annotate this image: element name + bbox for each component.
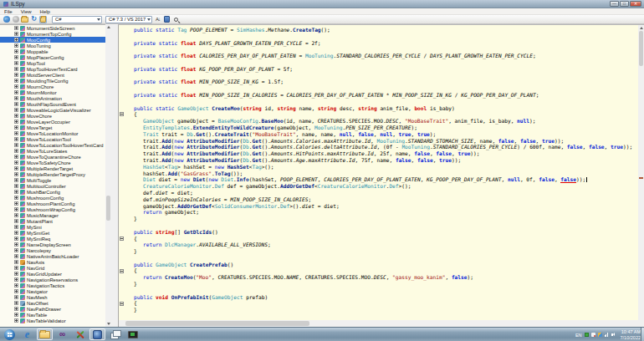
show-desktop-button[interactable]	[641, 328, 644, 341]
explorer-task-button[interactable]	[37, 328, 53, 340]
expand-plus-icon[interactable]	[14, 61, 18, 65]
minimize-button[interactable]: —	[610, 1, 619, 7]
expand-plus-icon[interactable]	[14, 301, 18, 305]
tree-item-MouldingTileConfig[interactable]: MouldingTileConfig	[0, 78, 105, 84]
expand-plus-icon[interactable]	[14, 196, 18, 200]
tree-scrollbar[interactable]	[105, 24, 111, 327]
expand-plus-icon[interactable]	[14, 307, 18, 311]
tree-item-NavOffset[interactable]: NavOffset	[0, 300, 105, 306]
ilspy-task-button[interactable]	[89, 328, 105, 340]
expand-plus-icon[interactable]	[14, 67, 18, 71]
tree-item-MutantPlant[interactable]: MutantPlant	[0, 218, 105, 224]
network-tray-icon[interactable]	[605, 333, 609, 337]
menu-file[interactable]: File	[0, 9, 17, 14]
tree-item-MouthAnimation[interactable]: MouthAnimation	[0, 95, 105, 101]
expand-plus-icon[interactable]	[14, 225, 18, 229]
expand-plus-icon[interactable]	[14, 43, 18, 48]
assembly-list-button[interactable]	[39, 16, 47, 23]
editor-hscrollbar-thumb[interactable]	[125, 321, 309, 326]
expand-plus-icon[interactable]	[14, 207, 18, 211]
open-file-button[interactable]	[21, 16, 28, 23]
tree-item-MoveToLocationMonitor[interactable]: MoveToLocationMonitor	[0, 130, 105, 136]
tree-item-NavGrid[interactable]: NavGrid	[0, 265, 105, 271]
tree-item-MySmi[interactable]: MySmi	[0, 224, 105, 230]
expand-plus-icon[interactable]	[14, 213, 18, 217]
expand-plus-icon[interactable]	[14, 102, 18, 106]
volume-tray-icon[interactable]	[611, 333, 616, 337]
expand-plus-icon[interactable]	[14, 178, 18, 182]
tree-item-MournMonitor[interactable]: MournMonitor	[0, 89, 105, 95]
tree-item-NameDisplayScreen[interactable]: NameDisplayScreen	[0, 242, 105, 247]
monitor-app-task-button[interactable]	[125, 328, 141, 340]
expand-plus-icon[interactable]	[14, 283, 18, 288]
code-view[interactable]: public static Tag POOP_ELEMENT = SimHash…	[125, 27, 638, 320]
assembly-tree[interactable]: MonumentSideScreenMonumentTopConfigMooCo…	[0, 24, 105, 327]
language-version-select[interactable]: C# 7.3 / VS 2017	[105, 16, 152, 23]
tree-item-MultitoolController[interactable]: MultitoolController	[0, 183, 105, 189]
tree-item-MultiToggle[interactable]: MultiToggle	[0, 177, 105, 183]
forward-button[interactable]: →	[12, 16, 19, 23]
expand-plus-icon[interactable]	[14, 242, 18, 247]
stacked-windows-task-button[interactable]	[107, 328, 123, 340]
expand-plus-icon[interactable]	[14, 166, 18, 170]
tree-item-MoveToLocationTool[interactable]: MoveToLocationTool	[0, 136, 105, 142]
visual-studio-task-button[interactable]: ∞	[54, 328, 70, 340]
expand-plus-icon[interactable]	[14, 90, 18, 94]
expand-plus-icon[interactable]	[14, 272, 18, 276]
expand-plus-icon[interactable]	[14, 184, 18, 188]
tree-item-Moppable[interactable]: Moppable	[0, 48, 105, 54]
menu-help[interactable]: Help	[36, 9, 54, 14]
expand-plus-icon[interactable]	[14, 231, 18, 235]
scroll-up-icon[interactable]	[640, 27, 643, 29]
app-tray-icon[interactable]	[585, 333, 589, 337]
tree-item-Navigator[interactable]: Navigator	[0, 288, 105, 294]
tree-item-MouthFlapSoundEvent[interactable]: MouthFlapSoundEvent	[0, 101, 105, 107]
tree-item-MultipleRenderTarget[interactable]: MultipleRenderTarget	[0, 165, 105, 171]
tree-item-MoveToLocationToolHoverTextCard[interactable]: MoveToLocationToolHoverTextCard	[0, 142, 105, 148]
expand-plus-icon[interactable]	[14, 237, 18, 241]
expand-plus-icon[interactable]	[14, 79, 18, 83]
tree-item-MoveChore[interactable]: MoveChore	[0, 113, 105, 119]
tree-item-MonumentTopConfig[interactable]: MonumentTopConfig	[0, 31, 105, 37]
expand-plus-icon[interactable]	[14, 108, 18, 112]
tree-item-MoveToSafetyChore[interactable]: MoveToSafetyChore	[0, 160, 105, 165]
expand-plus-icon[interactable]	[14, 277, 18, 282]
expand-plus-icon[interactable]	[14, 26, 18, 30]
clock[interactable]: 10:47 AM 7/10/2022	[621, 329, 641, 340]
expand-plus-icon[interactable]	[14, 289, 18, 293]
tree-item-NativeAnimBatchLoader[interactable]: NativeAnimBatchLoader	[0, 253, 105, 259]
tree-item-MultipleRenderTargetProxy[interactable]: MultipleRenderTargetProxy	[0, 171, 105, 177]
tree-item-MoveLayerOccupier[interactable]: MoveLayerOccupier	[0, 119, 105, 125]
expand-plus-icon[interactable]	[14, 313, 18, 317]
expand-plus-icon[interactable]	[14, 155, 18, 159]
tree-item-MonumentSideScreen[interactable]: MonumentSideScreen	[0, 25, 105, 31]
code-editor[interactable]: public static Tag POOP_ELEMENT = SimHash…	[118, 24, 644, 327]
expand-plus-icon[interactable]	[14, 55, 18, 59]
expand-plus-icon[interactable]	[14, 248, 18, 252]
expand-plus-icon[interactable]	[14, 160, 18, 165]
editor-scrollbar-thumb[interactable]	[639, 31, 643, 66]
expand-plus-icon[interactable]	[14, 266, 18, 270]
language-indicator[interactable]: EN	[575, 333, 582, 338]
tree-item-Narcolepsy[interactable]: Narcolepsy	[0, 247, 105, 253]
expand-plus-icon[interactable]	[14, 318, 18, 323]
editor-vertical-scrollbar[interactable]	[638, 25, 644, 320]
action-center-icon[interactable]	[591, 333, 595, 337]
close-button[interactable]: ✕	[630, 1, 641, 7]
expand-plus-icon[interactable]	[14, 120, 18, 124]
tree-item-MopTool[interactable]: MopTool	[0, 60, 105, 66]
expand-plus-icon[interactable]	[14, 32, 18, 36]
tree-item-NavigationReservations[interactable]: NavigationReservations	[0, 277, 105, 282]
tree-item-MooTuning[interactable]: MooTuning	[0, 43, 105, 48]
expand-plus-icon[interactable]	[14, 125, 18, 130]
editor-horizontal-scrollbar[interactable]	[119, 320, 638, 327]
fold-collapse-icon[interactable]	[120, 302, 124, 306]
tree-item-NavPathDrawer[interactable]: NavPathDrawer	[0, 306, 105, 312]
sort-assemblies-button[interactable]: A↓	[154, 16, 161, 23]
maximize-button[interactable]: □	[620, 1, 629, 7]
expand-plus-icon[interactable]	[14, 114, 18, 118]
tree-item-MotdServerClient[interactable]: MotdServerClient	[0, 72, 105, 78]
tree-scrollbar-thumb[interactable]	[106, 196, 110, 221]
refresh-button[interactable]: ↻	[30, 16, 38, 23]
tree-item-MoveToQuarantineChore[interactable]: MoveToQuarantineChore	[0, 154, 105, 160]
